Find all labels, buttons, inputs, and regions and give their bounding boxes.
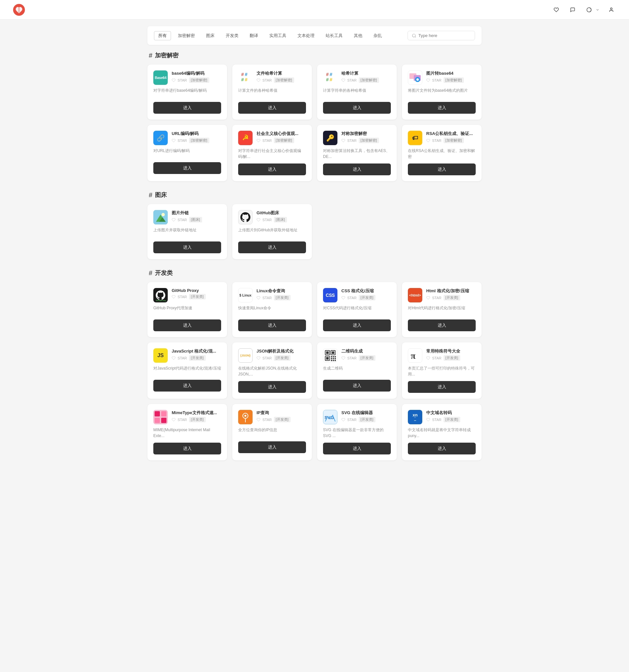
card-desc: 在线RSA公私钥生成、验证、加密和解密 [408,148,476,160]
card-info: 文件哈希计算 STAR [加密解密] [257,70,306,83]
card-tag: [开发类] [359,295,376,301]
card-desc: SVG 在线编辑器是一款非常方便的 SVG ... [323,427,391,439]
filter-tab-all[interactable]: 所有 [154,31,171,40]
star-icon [426,296,430,300]
card-tag: [开发类] [189,355,206,361]
card-tag: [开发类] [443,295,460,301]
search-box[interactable] [408,31,475,40]
star-label: STAR [432,139,442,143]
section-dev: #开发类 GithubProxy GitHub Proxy STAR [开发类] [147,269,482,460]
filter-tab-misc[interactable]: 杂乱 [369,31,386,40]
card-enter-button[interactable]: 进入 [323,319,391,331]
card-enter-button[interactable]: 进入 [408,102,476,114]
heart-icon [554,7,559,13]
card-desc: 上传图片到GitHub并获取外链地址 [238,227,306,238]
svg-rect-37 [333,356,334,357]
card-tag: [加密解密] [443,77,464,83]
filter-tab-encode[interactable]: 加密解密 [174,31,199,40]
card-header: 二维码生成 STAR [开发类] [323,348,391,363]
card-icon: CSS [323,288,337,303]
filter-tab-dev[interactable]: 开发类 [221,31,243,40]
card-enter-button[interactable]: 进入 [153,241,221,253]
filter-tab-webmaster[interactable]: 站长工具 [321,31,347,40]
nav-chat[interactable] [570,7,577,13]
card-enter-button[interactable]: 进入 [323,164,391,175]
svg-rect-51 [161,418,166,423]
card-enter-button[interactable]: 进入 [153,102,221,114]
card-enter-button[interactable]: 进入 [323,380,391,391]
card-meta: STAR [加密解密] [257,138,306,143]
svg-text:#: # [241,77,244,82]
star-label: STAR [432,78,442,82]
filter-tab-text[interactable]: 文本处理 [293,31,319,40]
card-symcrypt: 🔑 对称加密解密 STAR [加密解密] 对称加密算法转换工具，包含有AES、D… [317,125,397,181]
card-enter-button[interactable]: 进入 [238,102,306,114]
nav-stars[interactable] [554,7,561,13]
card-meta: STAR [开发类] [172,417,221,422]
card-enter-button[interactable]: 进入 [238,381,306,393]
card-tag: [加密解密] [189,138,209,143]
filter-tab-tools[interactable]: 实用工具 [265,31,291,40]
nav-theme[interactable] [586,7,600,13]
card-enter-button[interactable]: 进入 [153,319,221,331]
card-tag: [开发类] [189,417,206,422]
card-header: GithubProxy GitHub Proxy STAR [开发类] [153,288,221,303]
card-desc: 对CSS代码进行格式化/压缩 [323,305,391,315]
card-tag: [加密解密] [274,138,294,143]
star-icon [257,356,261,360]
card-header: xn -- 中文域名转码 STAR [开发类] [408,410,476,424]
card-base64: Base64 base64编码/解码 STAR [加密解密] 对字符串进行bas… [147,65,227,120]
search-input[interactable] [418,33,471,38]
star-label: STAR [262,418,272,422]
card-icon: $ Linux [238,288,252,303]
card-info: 社会主义核心价值观... STAR [加密解密] [257,131,306,143]
card-tag: [图床] [189,217,202,222]
card-svgeditor: SVG SVG 在线编辑器 STAR [开发类] SVG 在线编辑器是一款非常方… [317,404,397,460]
card-meta: STAR [加密解密] [426,77,476,83]
star-icon [257,78,261,82]
nav-login[interactable] [609,7,616,13]
filter-tab-imgbed[interactable]: 图床 [202,31,219,40]
star-icon [426,418,430,422]
card-enter-button[interactable]: 进入 [408,381,476,393]
card-enter-button[interactable]: 进入 [323,443,391,454]
card-header: {JSON} JSON解析及格式化 STAR [开发类] [238,348,306,363]
card-desc: 本页汇总了一些可打印的特殊符号，可用... [408,365,476,377]
header-nav [554,7,616,13]
card-enter-button[interactable]: 进入 [153,162,221,174]
card-info: IP查询 STAR [开发类] [257,410,306,422]
card-css: CSS CSS 格式化/压缩 STAR [开发类] 对CSS代码进行格式化/压缩… [317,282,397,337]
header [0,0,629,20]
card-icon [153,210,168,224]
card-enter-button[interactable]: 进入 [153,443,221,454]
card-enter-button[interactable]: 进入 [408,319,476,331]
card-title: 中文域名转码 [426,410,476,416]
card-enter-button[interactable]: 进入 [238,241,306,253]
card-enter-button[interactable]: 进入 [323,102,391,114]
card-enter-button[interactable]: 进入 [238,319,306,331]
card-title: 社会主义核心价值观... [257,131,306,137]
card-githubbed: GitHub图床 STAR [图床] 上传图片到GitHub并获取外链地址 进入 [232,204,312,259]
card-header: 🔑 对称加密解密 STAR [加密解密] [323,131,391,145]
card-meta: STAR [开发类] [426,355,476,361]
svg-text:π: π [411,351,416,361]
card-enter-button[interactable]: 进入 [153,380,221,391]
card-meta: STAR [开发类] [341,355,391,361]
card-enter-button[interactable]: 进入 [408,164,476,175]
card-desc: 对字符串进行社会主义核心价值观编码/解... [238,148,306,160]
card-enter-button[interactable]: 进入 [238,441,306,453]
section-hash-icon: # [149,269,152,277]
section-hash-icon: # [149,52,152,59]
filter-tab-translate[interactable]: 翻译 [245,31,262,40]
filter-tab-other[interactable]: 其他 [349,31,367,40]
card-enter-button[interactable]: 进入 [238,164,306,175]
card-icon [153,410,168,424]
card-desc: 全方位查询你的IP信息 [238,427,306,437]
card-enter-button[interactable]: 进入 [408,443,476,454]
card-icon: Base64 [153,70,168,85]
card-header: GitHub图床 STAR [图床] [238,210,306,224]
card-meta: STAR [开发类] [257,355,306,361]
cards-grid-dev: GithubProxy GitHub Proxy STAR [开发类] GitH… [147,282,482,460]
card-meta: STAR [开发类] [257,417,306,422]
logo[interactable] [13,4,27,16]
